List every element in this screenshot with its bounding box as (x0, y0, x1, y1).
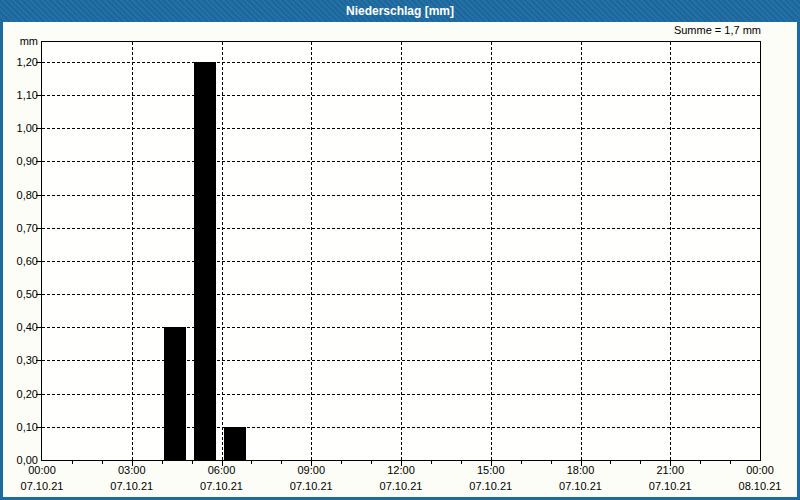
y-tick-label: 0,90 (2, 155, 38, 167)
y-tick-label: 0,70 (2, 222, 38, 234)
x-tick-time-label: 06:00 (187, 464, 257, 477)
v-gridline (491, 42, 492, 460)
y-tick-label: 0,30 (2, 354, 38, 366)
x-tick-date-label: 07.10.21 (97, 480, 167, 493)
y-tick-label: 1,00 (2, 122, 38, 134)
precipitation-bar (194, 62, 216, 460)
x-tick-time-label: 00:00 (725, 464, 795, 477)
x-tick-date-label: 07.10.21 (635, 480, 705, 493)
y-tick-label: 1,20 (2, 56, 38, 68)
y-tick-label: 1,10 (2, 89, 38, 101)
x-tick-time-label: 09:00 (276, 464, 346, 477)
v-gridline (311, 42, 312, 460)
v-gridline (222, 42, 223, 460)
x-tick-time-label: 03:00 (97, 464, 167, 477)
x-tick-date-label: 07.10.21 (456, 480, 526, 493)
precipitation-bar (164, 327, 186, 460)
y-tick-label: 0,60 (2, 255, 38, 267)
y-tick-label: 0,50 (2, 288, 38, 300)
v-gridline (670, 42, 671, 460)
x-tick-date-label: 07.10.21 (7, 480, 77, 493)
y-tick-label: 0,20 (2, 388, 38, 400)
x-tick-date-label: 07.10.21 (366, 480, 436, 493)
x-tick-time-label: 12:00 (366, 464, 436, 477)
x-tick-time-label: 21:00 (635, 464, 705, 477)
v-gridline (401, 42, 402, 460)
y-tick-label: 0,10 (2, 421, 38, 433)
plot-area (41, 41, 761, 461)
v-gridline (581, 42, 582, 460)
y-tick-label: 0,40 (2, 321, 38, 333)
x-tick-date-label: 07.10.21 (546, 480, 616, 493)
x-tick-date-label: 08.10.21 (725, 480, 795, 493)
x-tick-date-label: 07.10.21 (187, 480, 257, 493)
x-tick-time-label: 15:00 (456, 464, 526, 477)
precipitation-bar (224, 427, 246, 460)
y-axis-unit-label: mm (2, 35, 38, 47)
x-tick-time-label: 00:00 (7, 464, 77, 477)
chart-window: Niederschlag [mm] Summe = 1,7 mm mm 0,00… (0, 0, 800, 500)
y-tick-label: 0,80 (2, 189, 38, 201)
sum-annotation: Summe = 1,7 mm (561, 23, 761, 37)
chart-title: Niederschlag [mm] (346, 4, 454, 18)
x-tick-time-label: 18:00 (546, 464, 616, 477)
v-gridline (132, 42, 133, 460)
window-titlebar: Niederschlag [mm] (0, 0, 800, 22)
x-tick-date-label: 07.10.21 (276, 480, 346, 493)
